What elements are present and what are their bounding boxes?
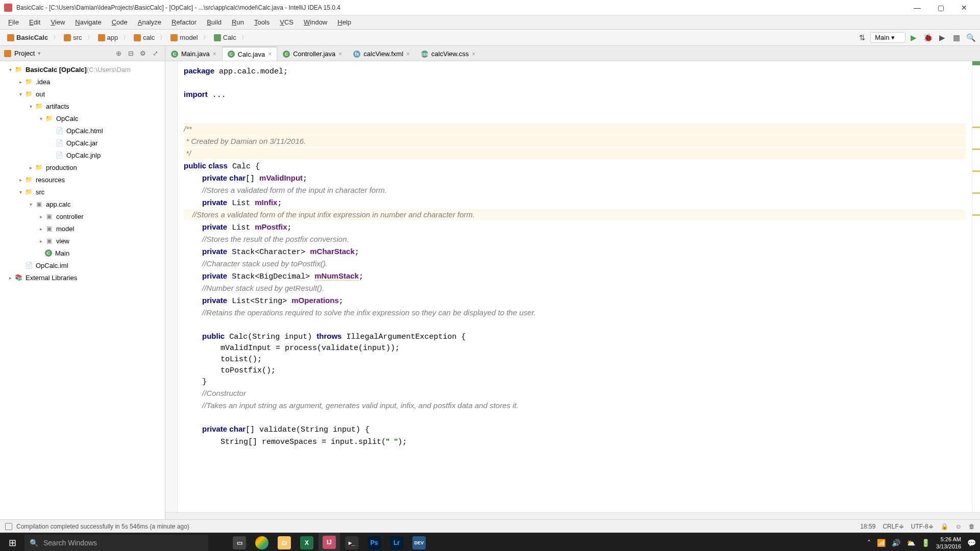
menu-run[interactable]: Run bbox=[227, 16, 249, 28]
project-tree[interactable]: ▾📁BasicCalc [OpCalc] (C:\Users\Dam▸📁.ide… bbox=[0, 61, 165, 519]
lock-icon[interactable]: 🔒 bbox=[941, 523, 948, 530]
run-button[interactable]: ▶ bbox=[908, 32, 920, 44]
excel-icon[interactable]: X bbox=[296, 533, 317, 551]
start-button[interactable]: ⊞ bbox=[0, 533, 24, 551]
collapse-icon[interactable]: ⊟ bbox=[125, 48, 136, 59]
tree-item[interactable]: ▸▣view bbox=[0, 235, 165, 247]
breadcrumb-app[interactable]: app bbox=[94, 33, 122, 42]
project-panel-header: Project ▾ ⊕ ⊟ ⚙ ⤢ bbox=[0, 46, 165, 61]
autoscroll-icon[interactable]: ⊕ bbox=[113, 48, 124, 59]
weather-icon[interactable]: ⛅ bbox=[906, 539, 915, 547]
tree-item[interactable]: ▾📁src bbox=[0, 186, 165, 198]
hide-icon[interactable]: ⤢ bbox=[150, 48, 161, 59]
clock[interactable]: 5:26 AM 3/13/2016 bbox=[936, 536, 961, 550]
tree-item[interactable]: 📄OpCalc.jar bbox=[0, 137, 165, 149]
tree-item[interactable]: ▸📁.idea bbox=[0, 76, 165, 88]
settings-icon[interactable]: ⚙ bbox=[137, 48, 149, 59]
intellij-icon[interactable]: IJ bbox=[318, 533, 340, 551]
explorer-icon[interactable]: 🗂 bbox=[274, 533, 295, 551]
notifications-icon[interactable]: 💬 bbox=[967, 539, 976, 547]
tree-item[interactable]: ▾▣app.calc bbox=[0, 198, 165, 210]
breadcrumb-calc[interactable]: calc bbox=[130, 33, 159, 42]
tree-item[interactable]: ▾📁BasicCalc [OpCalc] (C:\Users\Dam bbox=[0, 63, 165, 76]
run-config-select[interactable]: Main ▾ bbox=[870, 32, 905, 43]
menubar: FileEditViewNavigateCodeAnalyzeRefactorB… bbox=[0, 15, 980, 30]
tree-item[interactable]: ▸📚External Libraries bbox=[0, 271, 165, 284]
editor-tabs: CMain.java×CCalc.java×CController.java×f… bbox=[165, 46, 980, 61]
breadcrumb-basiccalc[interactable]: BasicCalc bbox=[3, 33, 52, 42]
menu-edit[interactable]: Edit bbox=[24, 16, 45, 28]
search-placeholder: Search Windows bbox=[43, 539, 97, 547]
code-editor[interactable]: package app.calc.model; import ... /** *… bbox=[178, 61, 972, 512]
tree-item[interactable]: ▸📁production bbox=[0, 161, 165, 173]
tree-item[interactable]: CMain bbox=[0, 247, 165, 259]
menu-analyze[interactable]: Analyze bbox=[133, 16, 166, 28]
close-icon[interactable]: × bbox=[268, 51, 272, 58]
photoshop-icon[interactable]: Ps bbox=[363, 533, 385, 551]
menu-tools[interactable]: Tools bbox=[249, 16, 275, 28]
tree-item[interactable]: ▾📁OpCalc bbox=[0, 112, 165, 124]
minimize-button[interactable]: — bbox=[905, 0, 929, 15]
tab-main-java[interactable]: CMain.java× bbox=[165, 46, 222, 61]
close-icon[interactable]: × bbox=[472, 51, 476, 58]
project-panel-title: Project bbox=[14, 49, 35, 57]
tree-item[interactable]: ▸📁resources bbox=[0, 173, 165, 186]
menu-navigate[interactable]: Navigate bbox=[70, 16, 106, 28]
editor-area: CMain.java×CCalc.java×CController.java×f… bbox=[165, 46, 980, 519]
tab-controller-java[interactable]: CController.java× bbox=[277, 46, 348, 61]
breadcrumb-src[interactable]: src bbox=[60, 33, 86, 42]
chrome-icon[interactable] bbox=[251, 533, 273, 551]
menu-file[interactable]: File bbox=[3, 16, 24, 28]
trash-icon[interactable]: 🗑 bbox=[969, 523, 975, 530]
tab-calcview-fxml[interactable]: fxcalcView.fxml× bbox=[348, 46, 415, 61]
devcpp-icon[interactable]: DEV bbox=[408, 533, 430, 551]
breadcrumb-model[interactable]: model bbox=[166, 33, 202, 42]
tree-item[interactable]: ▾📁out bbox=[0, 88, 165, 100]
menu-view[interactable]: View bbox=[45, 16, 70, 28]
menu-code[interactable]: Code bbox=[107, 16, 133, 28]
tree-item[interactable]: 📄OpCalc.jnlp bbox=[0, 149, 165, 161]
window-title: BasicCalc - [C:\Users\Damian\IdeaProject… bbox=[16, 4, 905, 11]
taskbar-search[interactable]: 🔍 Search Windows bbox=[24, 535, 208, 551]
tray-chevron-icon[interactable]: ˄ bbox=[867, 539, 871, 547]
line-separator[interactable]: CRLF≑ bbox=[883, 523, 903, 530]
menu-window[interactable]: Window bbox=[299, 16, 332, 28]
marker-column bbox=[972, 61, 980, 512]
menu-build[interactable]: Build bbox=[202, 16, 227, 28]
horizontal-scrollbar[interactable] bbox=[165, 512, 980, 519]
menu-help[interactable]: Help bbox=[332, 16, 356, 28]
titlebar: BasicCalc - [C:\Users\Damian\IdeaProject… bbox=[0, 0, 980, 15]
task-view-button[interactable]: ▭ bbox=[229, 533, 250, 551]
menu-refactor[interactable]: Refactor bbox=[166, 16, 202, 28]
hector-icon[interactable]: ☺ bbox=[955, 523, 962, 530]
volume-icon[interactable]: 🔊 bbox=[892, 539, 900, 547]
tree-item[interactable]: ▸▣model bbox=[0, 222, 165, 235]
sync-icon[interactable]: ⇅ bbox=[856, 32, 868, 44]
tree-item[interactable]: ▸▣controller bbox=[0, 210, 165, 222]
system-tray: ˄ 📶 🔊 ⛅ 🔋 5:26 AM 3/13/2016 💬 bbox=[867, 536, 980, 550]
tree-item[interactable]: 📄OpCalc.html bbox=[0, 124, 165, 137]
structure-button[interactable]: ▦ bbox=[950, 32, 963, 44]
close-button[interactable]: ✕ bbox=[952, 0, 976, 15]
editor-gutter bbox=[165, 61, 178, 512]
tree-item[interactable]: ▾📁artifacts bbox=[0, 100, 165, 112]
coverage-button[interactable]: ▶ bbox=[936, 32, 948, 44]
tab-calc-java[interactable]: CCalc.java× bbox=[222, 46, 277, 61]
battery-icon[interactable]: 🔋 bbox=[921, 539, 930, 547]
chevron-right-icon: 〉 bbox=[160, 34, 165, 41]
tab-calcview-css[interactable]: csscalcView.css× bbox=[415, 46, 481, 61]
close-icon[interactable]: × bbox=[406, 51, 410, 58]
tree-item[interactable]: 📄OpCalc.iml bbox=[0, 259, 165, 271]
debug-button[interactable]: 🐞 bbox=[922, 32, 934, 44]
maximize-button[interactable]: ▢ bbox=[929, 0, 952, 15]
file-encoding[interactable]: UTF-8≑ bbox=[911, 523, 934, 530]
lightroom-icon[interactable]: Lr bbox=[386, 533, 407, 551]
menu-vcs[interactable]: VCS bbox=[275, 16, 299, 28]
terminal-icon[interactable]: ▸_ bbox=[341, 533, 362, 551]
search-button[interactable]: 🔍 bbox=[965, 32, 977, 44]
cursor-position: 18:59 bbox=[860, 523, 875, 530]
close-icon[interactable]: × bbox=[213, 51, 216, 58]
close-icon[interactable]: × bbox=[338, 51, 342, 58]
breadcrumb-calc[interactable]: Calc bbox=[210, 33, 240, 42]
wifi-icon[interactable]: 📶 bbox=[877, 539, 886, 547]
